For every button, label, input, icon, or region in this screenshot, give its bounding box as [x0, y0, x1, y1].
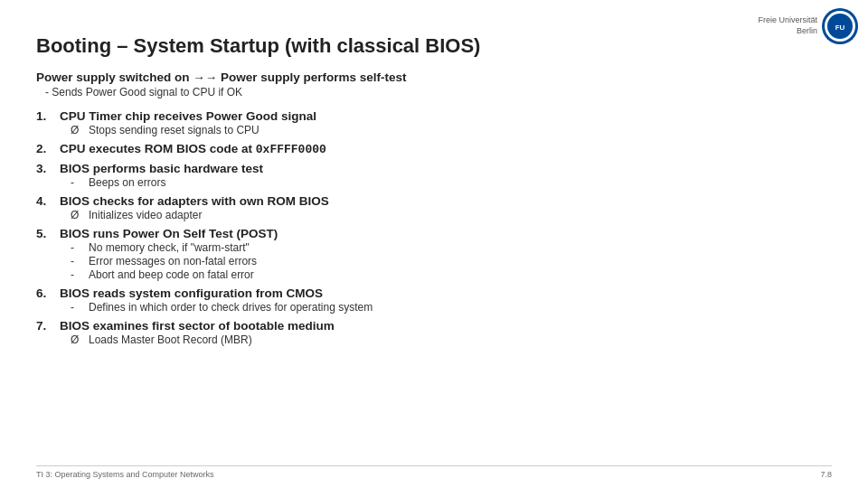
main-list: 1. CPU Timer chip receives Power Good si… — [36, 109, 832, 346]
list-item: 4. BIOS checks for adapters with own ROM… — [36, 194, 832, 221]
svg-text:FU: FU — [835, 23, 845, 32]
sub-bullet: - — [71, 241, 83, 254]
slide-title: Booting – System Startup (with classical… — [36, 34, 832, 58]
sub-bullet: - — [71, 301, 83, 314]
sub-items: - No memory check, if "warm-start" - Err… — [71, 241, 832, 281]
footer-left: TI 3: Operating Systems and Computer Net… — [36, 470, 214, 479]
sub-item: Ø Loads Master Boot Record (MBR) — [71, 333, 832, 346]
logo-line1: Freie Universität — [758, 15, 817, 26]
sub-item-text: Defines in which order to check drives f… — [89, 301, 373, 314]
list-item: 7. BIOS examines first sector of bootabl… — [36, 319, 832, 346]
sub-item-text: Error messages on non-fatal errors — [89, 255, 257, 267]
item-label: CPU executes ROM BIOS code at 0xFFFF0000 — [60, 142, 326, 156]
sub-bullet: Ø — [71, 333, 83, 346]
item-label: BIOS performs basic hardware test — [60, 162, 263, 175]
sub-item-text: Beeps on errors — [89, 176, 165, 189]
sub-item-text: No memory check, if "warm-start" — [89, 241, 250, 254]
sub-bullet: - — [71, 255, 83, 267]
logo-text: Freie Universität Berlin — [758, 15, 817, 36]
sub-items: Ø Initializes video adapter — [71, 209, 832, 221]
item-label: BIOS checks for adapters with own ROM BI… — [60, 194, 329, 208]
sub-item-text: Stops sending reset signals to CPU — [89, 124, 259, 136]
sub-items: - Defines in which order to check drives… — [71, 301, 832, 314]
item-number: 4. — [36, 194, 54, 208]
list-item: 2. CPU executes ROM BIOS code at 0xFFFF0… — [36, 142, 832, 156]
item-number: 1. — [36, 109, 54, 123]
sub-bullet: Ø — [71, 124, 83, 136]
item-number: 3. — [36, 162, 54, 175]
footer: TI 3: Operating Systems and Computer Net… — [36, 465, 832, 479]
item-label: BIOS examines first sector of bootable m… — [60, 319, 335, 333]
sub-item-text: Loads Master Boot Record (MBR) — [89, 333, 252, 346]
item-label: CPU Timer chip receives Power Good signa… — [60, 109, 316, 123]
item-number: 6. — [36, 286, 54, 300]
logo-line2: Berlin — [758, 26, 817, 37]
subtitle-text: Power supply switched on →→ Power supply… — [36, 70, 407, 84]
sub-item-text: Abort and beep code on fatal error — [89, 268, 254, 281]
slide-container: Freie Universität Berlin FU Booting – Sy… — [0, 0, 868, 488]
list-item: 5. BIOS runs Power On Self Test (POST) -… — [36, 227, 832, 281]
list-item: 3. BIOS performs basic hardware test - B… — [36, 162, 832, 189]
subtitle-note: - Sends Power Good signal to CPU if OK — [45, 86, 832, 99]
list-item: 1. CPU Timer chip receives Power Good si… — [36, 109, 832, 136]
sub-bullet: Ø — [71, 209, 83, 221]
item-number: 2. — [36, 142, 54, 155]
item-label: BIOS runs Power On Self Test (POST) — [60, 227, 278, 240]
sub-item: Ø Initializes video adapter — [71, 209, 832, 221]
item-label: BIOS reads system configuration from CMO… — [60, 286, 323, 300]
sub-items: Ø Loads Master Boot Record (MBR) — [71, 333, 832, 346]
sub-item-text: Initializes video adapter — [89, 209, 202, 221]
footer-right: 7.8 — [820, 470, 832, 479]
sub-items: Ø Stops sending reset signals to CPU — [71, 124, 832, 136]
sub-item: - Defines in which order to check drives… — [71, 301, 832, 314]
logo-area: Freie Universität Berlin FU — [758, 7, 859, 45]
logo-emblem: FU — [821, 7, 859, 45]
sub-item: - Abort and beep code on fatal error — [71, 268, 832, 281]
sub-item: - Error messages on non-fatal errors — [71, 255, 832, 267]
item-number: 7. — [36, 319, 54, 333]
sub-bullet: - — [71, 268, 83, 281]
sub-item: - No memory check, if "warm-start" — [71, 241, 832, 254]
item-number: 5. — [36, 227, 54, 240]
sub-items: - Beeps on errors — [71, 176, 832, 189]
subtitle: Power supply switched on →→ Power supply… — [36, 70, 832, 84]
list-item: 6. BIOS reads system configuration from … — [36, 286, 832, 314]
sub-item: - Beeps on errors — [71, 176, 832, 189]
sub-bullet: - — [71, 176, 83, 189]
sub-item: Ø Stops sending reset signals to CPU — [71, 124, 832, 136]
